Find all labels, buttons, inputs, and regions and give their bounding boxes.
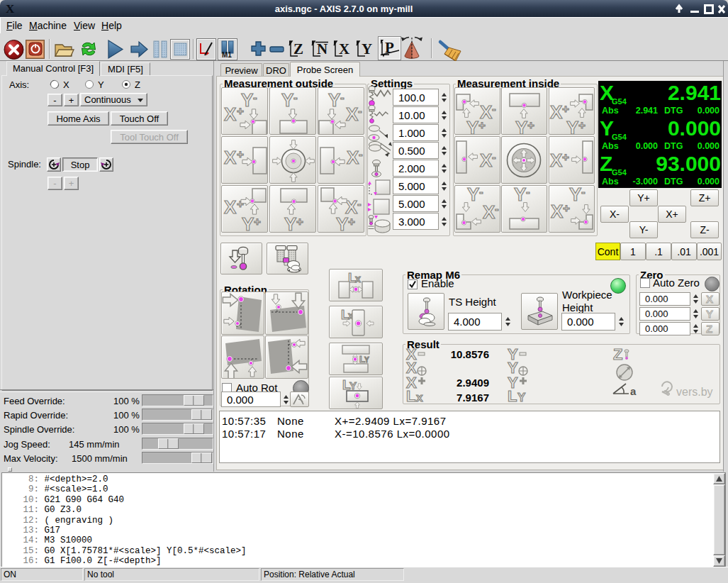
svg-text:L: L (508, 387, 517, 404)
svg-text:0.000: 0.000 (698, 106, 719, 116)
svg-text:X: X (550, 101, 563, 123)
svg-text:-: - (357, 197, 362, 211)
svg-text:Y: Y (336, 213, 348, 232)
svg-text:Abs: Abs (602, 177, 619, 187)
svg-text:-: - (293, 91, 298, 104)
svg-text:-: - (253, 91, 257, 104)
svg-text:+: + (562, 150, 569, 164)
svg-text:X: X (483, 201, 495, 223)
svg-text:X: X (346, 104, 359, 125)
svg-text:M1: M1 (222, 51, 232, 59)
svg-text:Y: Y (328, 89, 340, 111)
svg-text:N: N (317, 40, 327, 57)
svg-text:DTG: DTG (664, 106, 683, 116)
svg-text:93.000: 93.000 (656, 152, 721, 175)
svg-text:Z: Z (293, 40, 303, 57)
svg-text:2.941: 2.941 (636, 106, 658, 116)
svg-text:DTG: DTG (664, 141, 683, 151)
svg-text:Y: Y (517, 391, 526, 404)
svg-text:Z: Z (613, 345, 622, 363)
svg-text:+: + (296, 215, 303, 228)
svg-text:-: - (492, 102, 496, 116)
svg-text:0.000: 0.000 (698, 141, 719, 151)
svg-text:L: L (406, 387, 415, 404)
svg-text:-: - (358, 104, 362, 118)
svg-text:G54: G54 (612, 97, 627, 106)
svg-text:0.000: 0.000 (636, 141, 658, 151)
svg-text:Y: Y (706, 309, 713, 319)
svg-text:+: + (254, 215, 261, 228)
svg-text:X: X (339, 40, 349, 57)
svg-text:+: + (237, 104, 244, 118)
svg-text:+: + (478, 118, 486, 132)
svg-text:X: X (224, 196, 237, 218)
svg-text:Y: Y (281, 89, 293, 111)
svg-text:Y: Y (364, 356, 369, 364)
svg-text:0.000: 0.000 (668, 116, 721, 140)
svg-text:Y: Y (362, 40, 372, 57)
svg-text:Abs: Abs (602, 106, 619, 116)
svg-text:Y: Y (284, 213, 296, 232)
svg-text:DTG: DTG (664, 177, 683, 187)
svg-text:-: - (359, 148, 363, 161)
svg-text:X: X (224, 147, 237, 168)
svg-text:Z: Z (706, 323, 712, 334)
svg-text:+: + (578, 118, 586, 132)
svg-text:Y: Y (242, 213, 254, 232)
svg-text:Y: Y (514, 186, 526, 205)
svg-text:-: - (495, 202, 499, 216)
svg-text:X: X (347, 147, 359, 168)
svg-text:+: + (562, 102, 569, 116)
svg-text:Y: Y (569, 186, 581, 205)
svg-text:Y: Y (467, 186, 479, 205)
svg-text:-3.000: -3.000 (633, 177, 658, 187)
svg-text:a: a (630, 385, 637, 397)
svg-text:x: x (416, 391, 423, 404)
svg-text:X: X (480, 150, 493, 171)
svg-text:-: - (340, 91, 345, 104)
svg-text:-: - (492, 150, 496, 164)
svg-text:G54: G54 (612, 168, 627, 177)
svg-text:+: + (563, 201, 570, 215)
svg-text:-: - (581, 186, 586, 199)
svg-text:-: - (479, 186, 483, 199)
svg-text:Y: Y (566, 117, 578, 134)
svg-text:Y: Y (515, 117, 527, 134)
svg-text:+: + (348, 215, 355, 228)
svg-text:-: - (526, 186, 530, 199)
svg-text:Y: Y (349, 379, 357, 392)
svg-text:Abs: Abs (602, 141, 619, 151)
svg-text:2.941: 2.941 (668, 81, 721, 104)
svg-text:X: X (550, 150, 563, 171)
svg-text:G54: G54 (612, 133, 627, 141)
svg-text:X: X (551, 201, 564, 222)
svg-text:+: + (527, 118, 534, 132)
svg-text:0.000: 0.000 (698, 177, 719, 187)
svg-text:X: X (224, 104, 237, 125)
svg-text:vers.by: vers.by (676, 386, 713, 398)
svg-text:Z: Z (600, 152, 612, 175)
svg-text:x: x (355, 273, 361, 284)
svg-text:Y: Y (466, 117, 478, 134)
svg-text:X: X (706, 294, 713, 304)
svg-text:+: + (237, 148, 244, 161)
